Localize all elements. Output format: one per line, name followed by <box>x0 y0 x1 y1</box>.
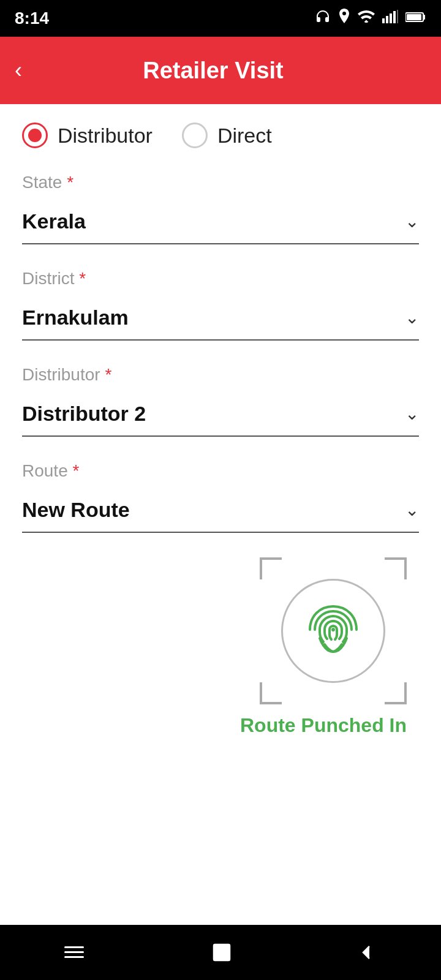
state-label: State * <box>22 173 419 192</box>
svg-rect-3 <box>393 11 396 23</box>
fingerprint-status-label: Route Punched In <box>240 714 407 737</box>
radio-circle-direct <box>182 123 208 148</box>
radio-inner-distributor <box>28 129 42 142</box>
back-nav-icon[interactable] <box>360 944 377 961</box>
back-button[interactable]: ‹ <box>15 59 22 81</box>
corner-tr <box>385 557 407 579</box>
status-icons <box>315 9 426 28</box>
route-field: Route * New Route ⌄ <box>22 461 419 533</box>
distributor-field: Distributor * Distributor 2 ⌄ <box>22 365 419 437</box>
location-icon <box>338 9 350 28</box>
wifi-icon <box>358 10 375 26</box>
state-select[interactable]: Kerala ⌄ <box>22 203 419 244</box>
district-chevron-icon: ⌄ <box>405 307 419 328</box>
svg-rect-4 <box>397 10 398 23</box>
header: ‹ Retailer Visit <box>0 37 441 104</box>
state-required: * <box>67 173 74 192</box>
corner-br <box>385 682 407 704</box>
distributor-label: Distributor * <box>22 365 419 385</box>
svg-rect-1 <box>386 16 388 23</box>
state-field: State * Kerala ⌄ <box>22 173 419 244</box>
district-field: District * Ernakulam ⌄ <box>22 269 419 341</box>
svg-point-8 <box>331 628 335 631</box>
state-chevron-icon: ⌄ <box>405 211 419 232</box>
district-select[interactable]: Ernakulam ⌄ <box>22 300 419 341</box>
svg-rect-2 <box>390 13 392 23</box>
distributor-select[interactable]: Distributor 2 ⌄ <box>22 396 419 437</box>
radio-label-distributor: Distributor <box>58 124 153 148</box>
fingerprint-circle <box>281 579 385 683</box>
svg-rect-10 <box>64 951 84 953</box>
route-chevron-icon: ⌄ <box>405 500 419 520</box>
corner-bl <box>260 682 282 704</box>
svg-rect-12 <box>214 944 230 960</box>
corner-tl <box>260 557 282 579</box>
distributor-chevron-icon: ⌄ <box>405 404 419 424</box>
content-area: Distributor Direct State * Kerala ⌄ Dist… <box>0 104 441 925</box>
fingerprint-section: Route Punched In <box>22 557 419 737</box>
state-value: Kerala <box>22 209 86 233</box>
battery-icon <box>405 10 426 26</box>
status-time: 8:14 <box>15 9 49 28</box>
distributor-value: Distributor 2 <box>22 402 146 426</box>
bottom-nav <box>0 925 441 980</box>
page-title: Retailer Visit <box>34 58 392 84</box>
svg-rect-0 <box>382 18 385 23</box>
district-label: District * <box>22 269 419 288</box>
svg-rect-11 <box>64 956 84 958</box>
route-required: * <box>73 461 80 480</box>
svg-rect-7 <box>407 14 421 20</box>
route-value: New Route <box>22 498 130 522</box>
district-value: Ernakulam <box>22 306 129 330</box>
radio-distributor[interactable]: Distributor <box>22 123 153 148</box>
svg-rect-6 <box>423 15 425 20</box>
menu-icon[interactable] <box>64 945 84 960</box>
radio-group: Distributor Direct <box>22 123 419 148</box>
route-select[interactable]: New Route ⌄ <box>22 492 419 533</box>
district-required: * <box>79 269 86 288</box>
radio-direct[interactable]: Direct <box>182 123 272 148</box>
headphone-icon <box>315 10 331 27</box>
radio-label-direct: Direct <box>217 124 272 148</box>
distributor-required: * <box>105 365 111 384</box>
svg-rect-9 <box>64 946 84 948</box>
home-icon[interactable] <box>213 943 231 962</box>
fingerprint-icon <box>296 594 370 668</box>
radio-circle-distributor <box>22 123 48 148</box>
route-label: Route * <box>22 461 419 481</box>
signal-icon <box>382 10 398 27</box>
fingerprint-frame[interactable] <box>260 557 407 704</box>
status-bar: 8:14 <box>0 0 441 37</box>
